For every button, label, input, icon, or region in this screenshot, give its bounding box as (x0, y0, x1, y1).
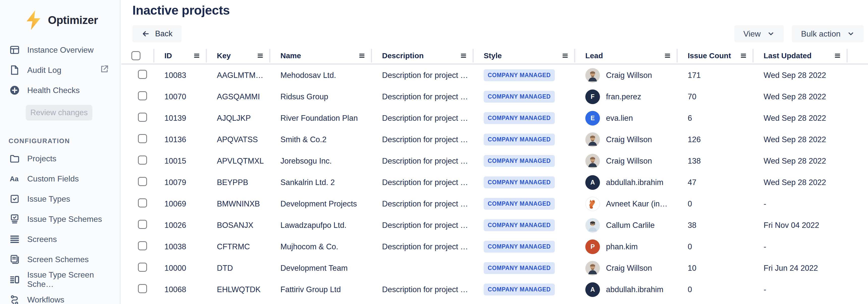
row-checkbox[interactable] (138, 70, 147, 79)
sidebar-item-issue-type-schemes[interactable]: Issue Type Schemes (0, 209, 120, 229)
cell-name: Smith & Co.2 (270, 135, 372, 144)
cell-issue-count: 0 (678, 242, 753, 251)
column-menu-icon[interactable] (257, 52, 264, 59)
cell-last-updated: Wed Sep 28 2022 (753, 178, 847, 187)
sidebar-nav-top: Instance OverviewAudit LogHealth Checks (0, 40, 120, 100)
svg-text:Aa: Aa (10, 175, 19, 183)
cell-style: COMPANY MANAGED (473, 91, 575, 103)
cell-issue-count: 126 (678, 135, 753, 144)
review-changes-button[interactable]: Review changes (26, 105, 92, 121)
back-button[interactable]: Back (132, 25, 182, 42)
row-checkbox[interactable] (138, 177, 147, 186)
issue-type-schemes-icon (9, 213, 20, 225)
column-menu-icon[interactable] (460, 52, 467, 59)
column-header-label: Last Updated (764, 52, 811, 60)
style-badge: COMPANY MANAGED (484, 262, 555, 274)
row-checkbox[interactable] (138, 284, 147, 293)
cell-description: Description for project … (372, 285, 473, 294)
sidebar-item-label: Issue Type Schemes (27, 214, 102, 224)
table-body: 10083AAGLMTM…Mehodosav Ltd.Description f… (121, 65, 868, 300)
header-filler (847, 48, 868, 64)
column-header-label: Lead (585, 52, 603, 60)
external-link-icon[interactable] (100, 64, 109, 76)
column-menu-icon[interactable] (358, 52, 365, 59)
lead-avatar (585, 68, 600, 83)
folder-icon (9, 153, 20, 164)
cell-name: Sankalrin Ltd. 2 (270, 178, 372, 187)
table-row: 10069BMWNINXBDevelopment ProjectsDescrip… (121, 193, 868, 214)
cell-key: APQVATSS (207, 135, 270, 144)
bulk-action-dropdown-button[interactable]: Bulk action (792, 25, 864, 42)
table-row: 10139AJQLJKPRiver Foundation PlanDescrip… (121, 107, 868, 129)
cell-key: AAGLMTM… (207, 71, 270, 80)
table-row: 10136APQVATSSSmith & Co.2Description for… (121, 129, 868, 150)
sidebar-item-issue-types[interactable]: Issue Types (0, 189, 120, 209)
cell-style: COMPANY MANAGED (473, 198, 575, 210)
cell-last-updated: Wed Sep 28 2022 (753, 157, 847, 166)
cell-name: Mujhocom & Co. (270, 242, 372, 251)
sidebar-item-screens[interactable]: Screens (0, 229, 120, 249)
sidebar-item-audit-log[interactable]: Audit Log (0, 60, 120, 80)
cell-name: Jorebsogu Inc. (270, 157, 372, 166)
row-checkbox[interactable] (138, 91, 147, 100)
lead-name: Craig Willson (606, 157, 652, 166)
lead-avatar: A (585, 282, 600, 297)
row-checkbox[interactable] (138, 220, 147, 229)
table-row: 10083AAGLMTM…Mehodosav Ltd.Description f… (121, 65, 868, 86)
sidebar-item-label: Audit Log (27, 66, 61, 75)
cell-description: Description for project … (372, 178, 473, 187)
lead-name: Craig Willson (606, 71, 652, 80)
cell-name: Development Team (270, 264, 372, 273)
cell-issue-count: 0 (678, 199, 753, 208)
view-dropdown-button[interactable]: View (734, 25, 784, 42)
cell-lead: Craig Willson (575, 132, 678, 147)
sidebar-item-workflows[interactable]: Workflows (0, 290, 120, 304)
row-checkbox[interactable] (138, 198, 147, 207)
style-badge: COMPANY MANAGED (484, 241, 555, 252)
row-checkbox[interactable] (138, 134, 147, 143)
cell-last-updated: Wed Sep 28 2022 (753, 135, 847, 144)
cell-key: EHLWQTDK (207, 285, 270, 294)
cell-id: 10038 (154, 242, 207, 251)
row-checkbox[interactable] (138, 241, 147, 250)
row-checkbox[interactable] (138, 263, 147, 272)
cell-description: Description for project … (372, 157, 473, 166)
column-menu-icon[interactable] (664, 52, 671, 59)
lead-name: Callum Carlile (606, 221, 655, 230)
cell-key: BOSANJX (207, 221, 270, 230)
row-checkbox[interactable] (138, 156, 147, 165)
column-menu-icon[interactable] (740, 52, 747, 59)
cell-lead: Pphan.kim (575, 239, 678, 254)
column-menu-icon[interactable] (193, 52, 200, 59)
cell-key: APVLQTMXL (207, 157, 270, 166)
sidebar-item-projects[interactable]: Projects (0, 148, 120, 169)
column-menu-icon[interactable] (562, 52, 569, 59)
select-all-checkbox[interactable] (131, 51, 141, 60)
cell-name: Ridsus Group (270, 92, 372, 101)
cell-last-updated: - (753, 285, 847, 294)
table-header-row: IDKeyNameDescriptionStyleLeadIssue Count… (121, 48, 868, 65)
row-checkbox[interactable] (138, 113, 147, 122)
cell-style: COMPANY MANAGED (473, 219, 575, 231)
sidebar-item-instance-overview[interactable]: Instance Overview (0, 40, 120, 60)
sidebar-item-health-checks[interactable]: Health Checks (0, 80, 120, 100)
sidebar-item-custom-fields[interactable]: AaCustom Fields (0, 169, 120, 189)
sidebar-item-issue-type-screen-sche[interactable]: Issue Type Screen Sche… (0, 269, 120, 290)
sidebar-item-screen-schemes[interactable]: Screen Schemes (0, 249, 120, 269)
cell-issue-count: 38 (678, 221, 753, 230)
row-select-cell (121, 284, 154, 295)
cell-name: Mehodosav Ltd. (270, 71, 372, 80)
row-select-cell (121, 241, 154, 252)
cell-style: COMPANY MANAGED (473, 112, 575, 124)
column-header-key: Key (207, 48, 270, 64)
lead-name: abdullah.ibrahim (606, 178, 663, 187)
cell-id: 10068 (154, 285, 207, 294)
issue-type-screen-schemes-icon (9, 274, 20, 285)
table-row: 10079BEYPPBSankalrin Ltd. 2Description f… (121, 172, 868, 193)
column-menu-icon[interactable] (834, 52, 841, 59)
page-title: Inactive projects (132, 3, 230, 18)
cell-issue-count: 6 (678, 114, 753, 123)
table-row: 10070AGSQAMMIRidsus GroupDescription for… (121, 86, 868, 107)
column-header-name: Name (270, 48, 372, 64)
table-row: 10068EHLWQTDKFattiriv Group LtdDescripti… (121, 279, 868, 300)
